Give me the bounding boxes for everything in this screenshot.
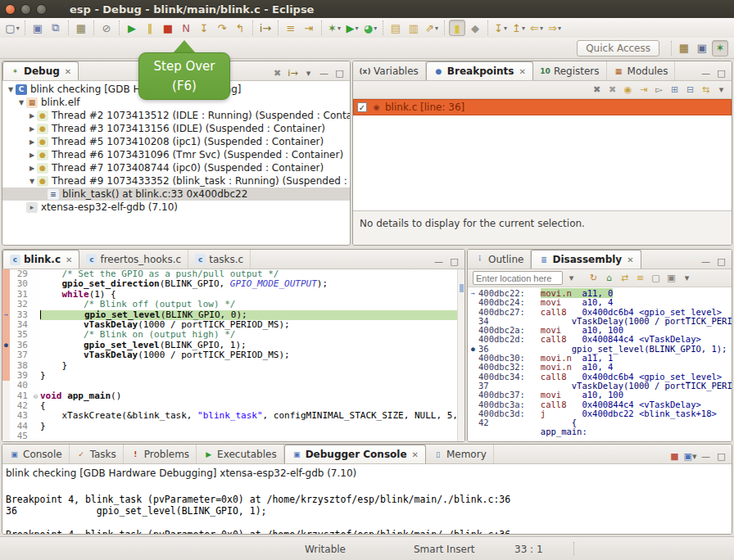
tree-twistie-icon[interactable]: ▶ — [27, 138, 37, 146]
editor-annotation-ruler[interactable] — [2, 290, 10, 300]
view-breakpoint-types-button[interactable]: ≡ — [283, 20, 299, 36]
maximize-button[interactable]: □ — [333, 66, 347, 80]
editor-annotation-ruler[interactable] — [2, 422, 10, 431]
tab-freertos-hooks-c[interactable]: cfreertos_hooks.c — [79, 250, 188, 269]
tab-registers[interactable]: 10Registers — [533, 61, 607, 80]
expand-all-button[interactable]: ⊞ — [668, 83, 682, 97]
tree-twistie-icon[interactable]: ▶ — [27, 165, 37, 172]
breakpoint-checkbox[interactable]: ✓ — [357, 102, 367, 112]
select-pointer-button[interactable]: ▻ — [652, 83, 666, 97]
suspend-button[interactable]: ‖ — [142, 20, 158, 36]
tree-twistie-icon[interactable]: ▼ — [27, 178, 37, 185]
remove-breakpoint-button[interactable]: ✖ — [590, 83, 604, 97]
show-supported-breakpoints-button[interactable]: ◉ — [621, 83, 635, 97]
window-maximize-button[interactable] — [36, 4, 47, 15]
window-close-button[interactable] — [5, 4, 16, 15]
instruction-pointer-icon[interactable]: → — [2, 310, 10, 320]
save-button[interactable]: ▣ — [29, 20, 46, 36]
breakpoint-row[interactable]: ✓ ◉ blink.c [line: 36] — [353, 99, 732, 115]
editor-annotation-ruler[interactable] — [2, 371, 10, 381]
view-menu-button[interactable]: ▾ — [680, 271, 694, 285]
external-tools-button[interactable]: ◕▾ — [362, 20, 378, 36]
maximize-button[interactable]: □ — [714, 66, 728, 80]
link-with-debug-button[interactable]: ⇆ — [699, 83, 713, 97]
tab-tasks-c[interactable]: ctasks.c — [188, 250, 251, 269]
tab-memory[interactable]: ▯Memory — [426, 445, 494, 463]
close-icon[interactable]: ✕ — [627, 255, 633, 264]
tab-problems[interactable]: !Problems — [124, 445, 197, 463]
debug-tree-row[interactable]: ▶●Thread #5 1073410208 (ipc1) (Suspended… — [2, 135, 350, 148]
tab-tasks[interactable]: ✓Tasks — [70, 445, 124, 463]
editor-annotation-ruler[interactable] — [2, 431, 10, 441]
editor-annotation-ruler[interactable] — [2, 381, 10, 391]
fold-marker-icon[interactable]: ⊖ — [31, 391, 40, 401]
refresh-button[interactable]: ↻ — [587, 271, 600, 285]
code-line[interactable]: 41⊖void app_main() — [2, 391, 464, 401]
minimize-button[interactable]: — — [432, 255, 446, 269]
view-menu-button[interactable]: ▾ — [714, 83, 728, 97]
breakpoint-marker-icon[interactable]: ● — [2, 341, 10, 350]
tab-debug[interactable]: ✶ Debug✕ — [2, 61, 79, 80]
debug-perspective-button[interactable]: ✶ — [712, 40, 728, 56]
search-button[interactable]: ⇗▾ — [424, 20, 440, 36]
tab-blink-c[interactable]: cblink.c✕ — [2, 250, 79, 269]
tab-breakpoints[interactable]: ●Breakpoints✕ — [426, 61, 533, 80]
editor-annotation-ruler[interactable] — [2, 361, 10, 371]
open-type-button[interactable]: ▤ — [387, 20, 404, 36]
tab-console[interactable]: ▣Console — [2, 445, 70, 463]
open-resource-button[interactable]: ▥ — [406, 20, 422, 36]
collapse-all-button[interactable]: ⊟ — [683, 83, 697, 97]
terminate-button[interactable]: ■ — [160, 20, 176, 36]
disassembly-content[interactable]: →400dbc22: movi.n a11, 0400dbc24: movi a… — [468, 287, 732, 441]
build-button[interactable]: ▦ — [73, 20, 89, 36]
close-icon[interactable]: ✕ — [412, 450, 419, 459]
pin-button[interactable]: ▣ — [664, 271, 678, 285]
debug-button[interactable]: ✶▾ — [326, 20, 342, 36]
editor-annotation-ruler[interactable] — [2, 330, 10, 340]
resume-button[interactable]: ▶ — [124, 20, 140, 36]
code-line[interactable]: 38 } — [2, 361, 464, 371]
minimize-button[interactable]: — — [699, 449, 713, 463]
quick-access-button[interactable]: Quick Access — [577, 40, 659, 56]
editor-annotation-ruler[interactable] — [2, 350, 10, 360]
close-icon[interactable]: ✕ — [519, 67, 526, 76]
tab-outline[interactable]: ⫶Outline — [468, 250, 531, 269]
forward-button[interactable]: ⇒▾ — [546, 20, 563, 36]
tab-variables[interactable]: (x)Variables — [353, 61, 426, 80]
disassembly-row[interactable]: app_main: — [468, 427, 732, 436]
view-menu-button[interactable]: ▾ — [301, 66, 315, 80]
new-view-button[interactable]: ▢ — [649, 271, 663, 285]
maximize-button[interactable]: □ — [447, 255, 461, 269]
new-wizard-button[interactable]: ▢▾ — [4, 20, 20, 36]
code-line[interactable]: 44} — [2, 422, 464, 431]
next-annotation-button[interactable]: ↥▾ — [510, 20, 527, 36]
tab-modules[interactable]: ▦Modules — [607, 61, 676, 80]
editor-overview-ruler[interactable] — [457, 269, 464, 441]
instruction-stepping-button[interactable]: i→ — [257, 20, 274, 36]
maximize-button[interactable]: □ — [714, 255, 728, 269]
step-over-button[interactable]: ↷ — [214, 20, 230, 36]
tab-executables[interactable]: ▶Executables — [197, 445, 284, 463]
editor-annotation-ruler[interactable] — [2, 391, 10, 401]
save-all-button[interactable]: ⧉ — [48, 20, 64, 36]
editor-annotation-ruler[interactable] — [2, 411, 10, 421]
close-icon[interactable]: ✕ — [66, 255, 72, 264]
tab-disassembly[interactable]: ≣Disassembly✕ — [531, 250, 641, 269]
code-editor[interactable]: 29 /* Set the GPIO as a push/pull output… — [2, 269, 464, 441]
location-dropdown-icon[interactable]: ▾ — [564, 271, 578, 285]
run-button[interactable]: ▶▾ — [344, 20, 360, 36]
last-edit-location-button[interactable]: ↧▾ — [492, 20, 509, 36]
debug-tree-row[interactable]: ≡blink_task() at blink.c:33 0x400dbc22 — [2, 187, 350, 201]
home-button[interactable]: ⌂ — [602, 271, 616, 285]
debug-tree-row[interactable]: ▶●Thread #2 1073413512 (IDLE : Running) … — [2, 109, 350, 122]
code-line[interactable]: 37 vTaskDelay(1000 / portTICK_PERIOD_MS)… — [2, 350, 464, 360]
code-line[interactable]: 45 — [2, 431, 464, 441]
editor-annotation-ruler[interactable] — [2, 279, 10, 289]
show-source-button[interactable]: ≡ — [633, 271, 647, 285]
tree-twistie-icon[interactable]: ▼ — [16, 99, 26, 106]
disconnect-button[interactable]: N — [178, 20, 194, 36]
location-input[interactable] — [473, 271, 563, 285]
tree-twistie-icon[interactable]: ▼ — [6, 86, 16, 93]
close-icon[interactable]: ✕ — [65, 67, 71, 76]
editor-annotation-ruler[interactable] — [2, 320, 10, 330]
